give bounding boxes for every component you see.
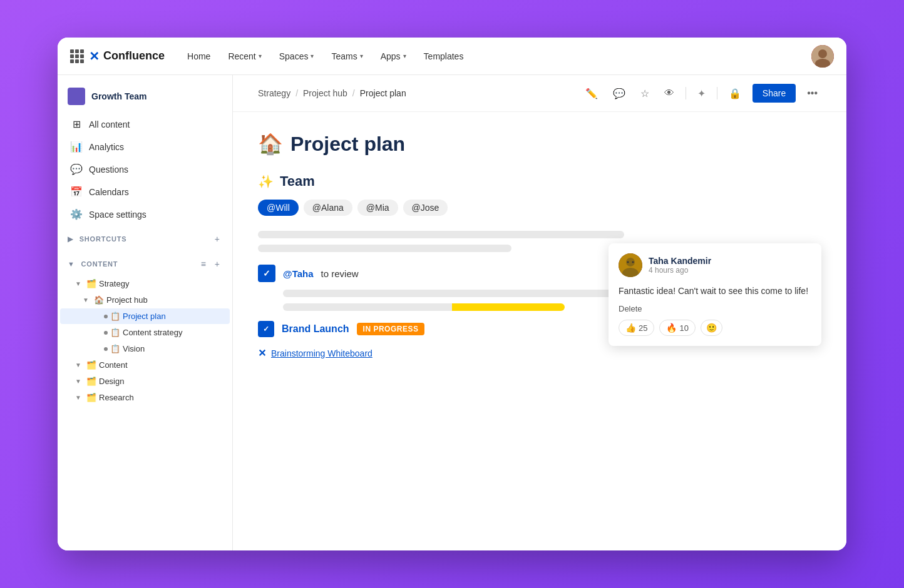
thumbsup-icon: 👍	[625, 323, 636, 333]
content-strategy-icon: 📋	[110, 328, 120, 337]
reaction-count: 25	[639, 323, 647, 333]
content-section-label: ▼ CONTENT	[68, 260, 118, 268]
reaction-fire[interactable]: 🔥 10	[659, 320, 695, 336]
chevron-down-icon: ▾	[311, 53, 314, 59]
edit-button[interactable]: ✏️	[582, 85, 602, 102]
mention-alana[interactable]: @Alana	[304, 200, 352, 216]
breadcrumb-actions: ✏️ 💬 ☆ 👁 ✦	[582, 84, 821, 103]
sidebar-item-all-content[interactable]: ⊞ All content	[60, 113, 230, 135]
ai-icon: ✦	[697, 88, 706, 99]
tree-item-project-plan[interactable]: 📋 Project plan	[60, 308, 230, 324]
space-name: Growth Team	[91, 91, 146, 101]
task-checkbox[interactable]: ✓	[258, 265, 275, 282]
nav-templates[interactable]: Templates	[416, 48, 471, 65]
star-button[interactable]: ☆	[637, 85, 653, 102]
status-badge: IN PROGRESS	[357, 323, 425, 335]
research-icon: 🗂️	[86, 393, 96, 402]
shortcuts-toggle-icon[interactable]: ▶	[68, 235, 73, 243]
tree-label: Vision	[123, 344, 145, 353]
check-icon: ✓	[263, 268, 270, 278]
brand-launch-checkbox[interactable]: ✓	[258, 321, 274, 337]
shortcuts-add-button[interactable]: +	[212, 233, 222, 245]
comment-header: Taha Kandemir 4 hours ago	[619, 253, 811, 277]
nav-teams[interactable]: Teams ▾	[324, 48, 370, 65]
content-line-1	[258, 231, 624, 238]
tree-label: Strategy	[99, 279, 129, 288]
breadcrumb-current: Project plan	[360, 88, 406, 98]
lock-button[interactable]: 🔒	[725, 85, 745, 102]
tree-item-vision[interactable]: 📋 Vision	[60, 341, 230, 357]
fire-icon: 🔥	[666, 323, 677, 333]
all-content-icon: ⊞	[70, 118, 83, 130]
tree-item-strategy[interactable]: ▼ 🗂️ Strategy	[60, 276, 230, 291]
project-plan-icon: 📋	[110, 312, 120, 321]
team-mentions: @Will @Alana @Mia @Jose	[258, 200, 821, 216]
top-nav: ✕ Confluence Home Recent ▾ Spaces ▾ Team…	[58, 38, 846, 75]
mention-mia[interactable]: @Mia	[357, 200, 398, 216]
mention-jose[interactable]: @Jose	[403, 200, 448, 216]
chevron-down-icon: ▼	[75, 280, 84, 287]
comment-delete-button[interactable]: Delete	[619, 304, 811, 313]
page-content: 🏠 Project plan ✨ Team @Will @Alana @Mia …	[233, 112, 846, 379]
content-filter-button[interactable]: ≡	[198, 258, 208, 270]
sidebar-item-label: All content	[89, 119, 130, 129]
sidebar-item-calendars[interactable]: 📅 Calendars	[60, 181, 230, 203]
watch-button[interactable]: 👁	[660, 85, 678, 101]
nav-home[interactable]: Home	[180, 48, 218, 65]
sidebar-item-questions[interactable]: 💬 Questions	[60, 158, 230, 180]
action-divider	[686, 87, 686, 99]
nav-apps[interactable]: Apps ▾	[373, 48, 414, 65]
space-header[interactable]: Growth Team	[58, 83, 232, 113]
share-button[interactable]: Share	[752, 84, 796, 103]
content-add-button[interactable]: +	[212, 258, 222, 270]
design-icon: 🗂️	[86, 377, 96, 386]
tree-item-project-hub[interactable]: ▼ 🏠 Project hub	[60, 292, 230, 308]
tree-item-design[interactable]: ▼ 🗂️ Design	[60, 373, 230, 389]
mention-will[interactable]: @Will	[258, 200, 299, 216]
shortcuts-label: ▶ SHORTCUTS	[68, 235, 126, 243]
reaction-thumbsup[interactable]: 👍 25	[619, 320, 654, 336]
more-button[interactable]: •••	[803, 85, 821, 101]
feedback-button[interactable]: 💬	[609, 85, 629, 102]
add-reaction-button[interactable]: 🙂	[701, 320, 722, 336]
comment-avatar	[619, 253, 642, 277]
reaction-count: 10	[679, 323, 688, 333]
task-text: to review	[321, 268, 359, 279]
whiteboard-link[interactable]: ✕ Brainstorming Whiteboard	[258, 347, 821, 359]
tree-item-content-strategy[interactable]: 📋 Content strategy	[60, 325, 230, 340]
task-mention[interactable]: @Taha	[283, 268, 314, 279]
whiteboard-link-text[interactable]: Brainstorming Whiteboard	[271, 348, 372, 358]
confluence-logo[interactable]: ✕ Confluence	[89, 49, 165, 64]
project-hub-icon: 🏠	[94, 295, 104, 305]
smiley-icon: 🙂	[706, 323, 717, 333]
breadcrumb-project-hub[interactable]: Project hub	[303, 88, 347, 98]
analytics-icon: 📊	[70, 141, 83, 153]
tree-item-research[interactable]: ▼ 🗂️ Research	[60, 390, 230, 405]
feedback-icon: 💬	[613, 88, 625, 99]
nav-spaces[interactable]: Spaces ▾	[272, 48, 322, 65]
content-icon: 🗂️	[86, 360, 96, 370]
tree-dot-icon	[104, 347, 108, 351]
avatar-image	[811, 45, 834, 68]
nav-recent[interactable]: Recent ▾	[220, 48, 269, 65]
content-section-header: ▼ CONTENT ≡ +	[58, 253, 232, 275]
content-section-actions: ≡ +	[198, 258, 222, 270]
chevron-down-icon: ▾	[403, 53, 406, 59]
comment-body: Fantastic idea! Can't wait to see this c…	[619, 285, 811, 298]
section-heading: ✨ Team	[258, 173, 821, 190]
tree-item-content[interactable]: ▼ 🗂️ Content	[60, 357, 230, 373]
sidebar-item-label: Calendars	[89, 187, 129, 197]
tree-label: Research	[99, 393, 134, 402]
page-title: Project plan	[290, 133, 405, 156]
content-line-4	[283, 303, 565, 311]
sidebar-item-analytics[interactable]: 📊 Analytics	[60, 136, 230, 158]
content-toggle-icon[interactable]: ▼	[68, 260, 75, 268]
avatar[interactable]	[811, 45, 834, 68]
sidebar-item-space-settings[interactable]: ⚙️ Space settings	[60, 203, 230, 225]
grid-icon[interactable]	[70, 49, 84, 63]
brand-launch-label: Brand Launch	[282, 323, 349, 335]
confluence-x-icon: ✕	[89, 49, 100, 64]
ai-button[interactable]: ✦	[694, 85, 709, 102]
sidebar-item-label: Space settings	[89, 210, 146, 220]
breadcrumb-strategy[interactable]: Strategy	[258, 88, 290, 98]
